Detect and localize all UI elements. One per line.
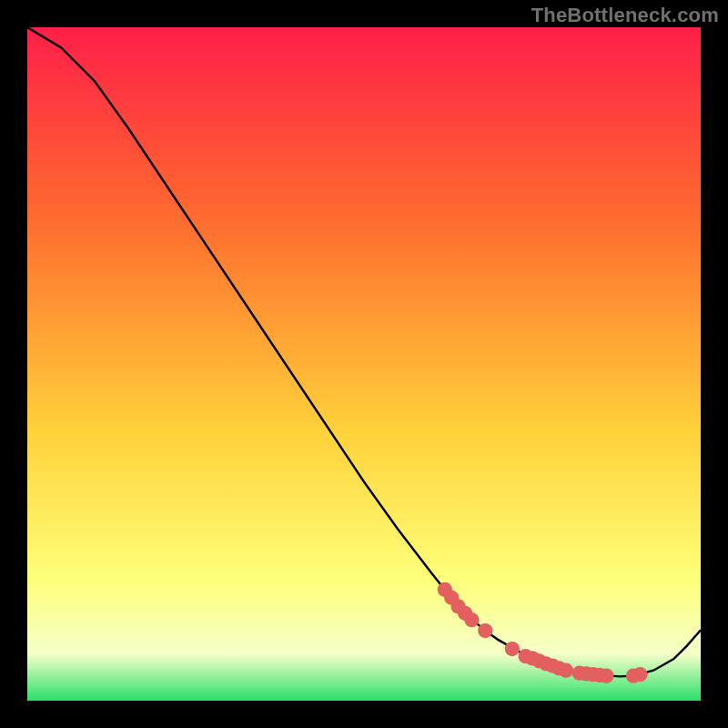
curve-layer xyxy=(27,27,701,701)
highlight-dot xyxy=(632,667,647,682)
highlight-dot xyxy=(599,668,613,682)
highlight-dot xyxy=(478,623,492,638)
chart-stage: TheBottleneck.com xyxy=(0,0,728,728)
highlight-dot xyxy=(559,663,573,678)
watermark-text: TheBottleneck.com xyxy=(531,4,719,27)
plot-area xyxy=(27,27,701,701)
highlight-dot xyxy=(464,612,479,627)
bottleneck-curve xyxy=(27,27,701,676)
highlight-markers xyxy=(438,582,648,683)
highlight-dot xyxy=(505,642,520,656)
